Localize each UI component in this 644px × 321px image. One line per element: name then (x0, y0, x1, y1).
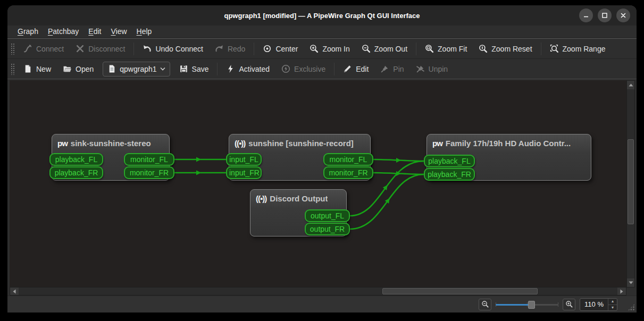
menu-graph[interactable]: Graph (13, 26, 43, 38)
statusbar: 110 % ▴ ▾ (7, 295, 637, 312)
port-monitor-fr[interactable]: monitor_FR (323, 166, 373, 179)
menu-view[interactable]: View (106, 26, 131, 38)
port-output-fl[interactable]: output_FL (305, 209, 350, 222)
slider-handle[interactable] (528, 301, 535, 309)
port-input-fr[interactable]: input_FR (226, 166, 262, 179)
zoom-value: 110 % (580, 299, 608, 310)
center-icon (263, 44, 272, 53)
minimize-icon (583, 12, 589, 19)
zoom-range-button[interactable]: Zoom Range (544, 41, 612, 57)
close-button[interactable] (616, 9, 630, 22)
zoom-reset-button[interactable]: Zoom Reset (473, 41, 538, 57)
save-button[interactable]: Save (173, 61, 215, 77)
zoom-in-button[interactable]: Zoom In (304, 41, 355, 57)
patchbay-select-value: qpwgraph1 (120, 65, 156, 73)
new-button[interactable]: New (18, 61, 57, 77)
connection-edges (10, 80, 626, 288)
horizontal-scroll-thumb[interactable] (382, 288, 538, 294)
port-monitor-fr[interactable]: monitor_FR (124, 166, 174, 179)
canvas-area: pw sink-sunshine-stereo playback_FL play… (7, 79, 637, 295)
vertical-scroll-thumb[interactable] (628, 139, 634, 224)
vertical-scrollbar[interactable] (626, 80, 635, 288)
exclusive-bolt-icon (281, 64, 290, 73)
toolbar-grip[interactable] (11, 63, 14, 75)
maximize-icon (601, 12, 608, 19)
toolbar-separator (334, 63, 334, 75)
zoom-reset-icon (479, 44, 488, 53)
edit-button[interactable]: Edit (337, 61, 374, 77)
center-button[interactable]: Center (257, 41, 304, 57)
scroll-up-button[interactable] (627, 81, 634, 89)
zoom-range-icon (550, 44, 559, 53)
minimize-button[interactable] (579, 9, 593, 22)
desktop: qpwgraph1 [modified] — A PipeWire Graph … (0, 0, 644, 321)
arrow-up-icon (629, 83, 633, 87)
zoom-spinbox[interactable]: 110 % ▴ ▾ (580, 298, 617, 311)
titlebar[interactable]: qpwgraph1 [modified] — A PipeWire Graph … (7, 5, 637, 26)
toolbar-main: Connect Disconnect Undo Connect Redo Cen… (7, 38, 637, 58)
graph-canvas[interactable]: pw sink-sunshine-stereo playback_FL play… (10, 80, 626, 288)
port-playback-fl[interactable]: playback_FL (49, 153, 103, 166)
disconnect-icon (76, 44, 85, 53)
toolbar-grip[interactable] (11, 43, 14, 55)
connect-icon (23, 44, 32, 53)
port-output-fr[interactable]: output_FR (305, 223, 350, 235)
activated-button[interactable]: Activated (220, 61, 275, 77)
save-icon (179, 64, 188, 73)
menu-help[interactable]: Help (132, 26, 157, 38)
scroll-left-button[interactable] (10, 288, 19, 295)
spin-up-button[interactable]: ▴ (608, 299, 617, 305)
chevron-down-icon (160, 67, 165, 71)
port-input-fl[interactable]: input_FL (226, 153, 262, 166)
port-monitor-fl[interactable]: monitor_FL (323, 153, 373, 166)
zoom-fit-button[interactable]: Zoom Fit (419, 41, 473, 57)
port-playback-fr[interactable]: playback_FR (49, 166, 103, 179)
arrow-right-icon (620, 289, 623, 294)
arrow-left-icon (13, 289, 16, 294)
window-title: qpwgraph1 [modified] — A PipeWire Graph … (224, 12, 420, 20)
toolbar-separator (416, 43, 416, 55)
connect-button[interactable]: Connect (18, 41, 70, 57)
redo-button[interactable]: Redo (209, 41, 251, 57)
toolbar-file: New Open qpwgraph1 Save Activated Exclus… (7, 58, 637, 79)
spin-arrows: ▴ ▾ (608, 299, 617, 310)
open-folder-icon (63, 64, 72, 73)
arrow-down-icon (629, 281, 633, 284)
zoom-in-mini-button[interactable] (563, 299, 575, 310)
patchbay-select[interactable]: qpwgraph1 (103, 62, 170, 77)
activated-bolt-icon (226, 64, 235, 73)
resize-grip[interactable] (628, 303, 635, 311)
zoom-in-icon (310, 44, 319, 53)
menu-patchbay[interactable]: Patchbay (43, 26, 83, 38)
unpin-icon (416, 64, 425, 73)
zoom-out-button[interactable]: Zoom Out (356, 41, 413, 57)
undo-connect-button[interactable]: Undo Connect (137, 41, 209, 57)
port-monitor-fl[interactable]: monitor_FL (124, 153, 174, 166)
redo-icon (215, 44, 224, 53)
zoom-out-icon (481, 300, 489, 308)
new-file-icon (23, 64, 32, 73)
open-button[interactable]: Open (57, 61, 99, 77)
pin-button[interactable]: Pin (374, 61, 409, 77)
unpin-button[interactable]: Unpin (410, 61, 454, 77)
zoom-out-mini-button[interactable] (479, 299, 491, 310)
menu-edit[interactable]: Edit (83, 26, 106, 38)
maximize-button[interactable] (598, 9, 612, 22)
toolbar-separator (217, 63, 218, 75)
slider-fill (496, 304, 530, 306)
spin-down-button[interactable]: ▾ (608, 305, 617, 310)
window-controls (579, 9, 630, 22)
disconnect-button[interactable]: Disconnect (70, 41, 131, 57)
scroll-down-button[interactable] (627, 278, 634, 287)
close-icon (620, 12, 626, 19)
patchbay-file-icon (107, 64, 116, 73)
port-playback-fl[interactable]: playback_FL (424, 155, 475, 167)
pin-icon (380, 64, 389, 73)
horizontal-scrollbar[interactable] (10, 287, 626, 295)
qpwgraph-window: qpwgraph1 [modified] — A PipeWire Graph … (7, 5, 637, 312)
scroll-right-button[interactable] (617, 288, 626, 295)
zoom-slider[interactable] (496, 299, 558, 310)
toolbar-separator (133, 43, 134, 55)
port-playback-fr[interactable]: playback_FR (424, 168, 475, 181)
exclusive-button[interactable]: Exclusive (275, 61, 331, 77)
